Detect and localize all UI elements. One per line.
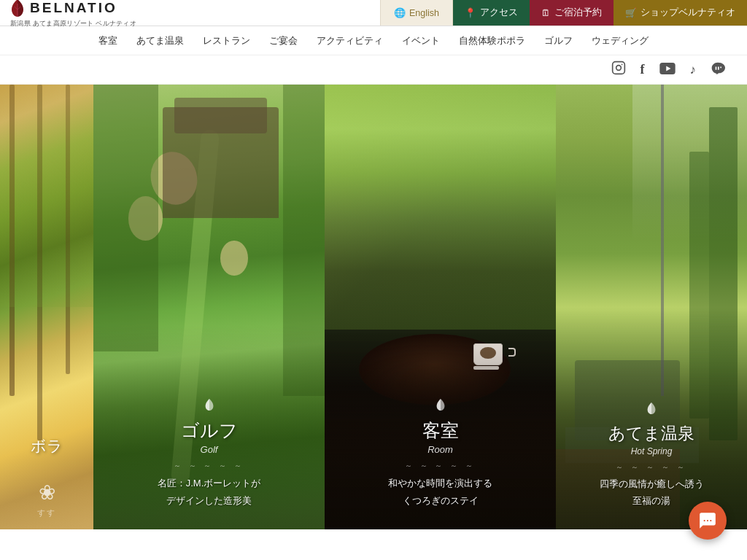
golf-desc-2: デザインした造形美 — [104, 492, 314, 509]
nav-hot-spring[interactable]: あてま温泉 — [136, 34, 184, 47]
header-top: BELNATIO 新潟県 あてま高原リゾート ベルナティオ 🌐 English … — [0, 0, 747, 26]
room-title-jp: 客室 — [336, 419, 545, 443]
nav-rooms[interactable]: 客室 — [98, 34, 117, 47]
globe-icon: 🌐 — [394, 7, 406, 18]
forest-sub-text: すす — [37, 508, 56, 518]
panel-forest-label: ボラ — [31, 436, 63, 456]
tiktok-icon[interactable]: ♪ — [690, 63, 697, 77]
hot-spring-desc-1: 四季の風情が癒しへ誘う — [567, 476, 736, 493]
brand-sub: 新潟県 あてま高原リゾート ベルナティオ — [10, 19, 136, 28]
golf-leaf — [104, 398, 314, 414]
svg-rect-0 — [612, 62, 624, 74]
booking-link[interactable]: 🗓 ご宿泊予約 — [530, 0, 614, 26]
forest-flower-deco: ❀ — [39, 481, 55, 505]
nav-nature[interactable]: 自然体験ポポラ — [459, 34, 525, 47]
main-nav: 客室 あてま温泉 レストラン ご宴会 アクティビティ イベント 自然体験ポポラ … — [0, 26, 747, 55]
room-desc-1: 和やかな時間を演出する — [336, 475, 545, 491]
booking-label: ご宿泊予約 — [554, 7, 602, 19]
header-links: 🌐 English 📍 アクセス 🗓 ご宿泊予約 🛒 ショップベルナティオ — [380, 0, 747, 26]
instagram-icon[interactable] — [611, 61, 626, 79]
shop-link[interactable]: 🛒 ショップベルナティオ — [614, 0, 747, 26]
shop-label: ショップベルナティオ — [640, 7, 735, 19]
logo-leaf-icon — [10, 0, 25, 18]
room-ornament: ～ ～ ～ ～ ～ — [336, 461, 545, 471]
pin-icon: 📍 — [465, 7, 476, 18]
gallery-panel-golf[interactable]: ゴルフ Golf ～ ～ ～ ～ ～ 名匠：J.M.ボーレットが デザインした造… — [93, 85, 325, 529]
hot-spring-title-en: Hot Spring — [567, 446, 736, 456]
room-desc-2: くつろぎのステイ — [336, 492, 545, 509]
access-label: アクセス — [480, 7, 518, 19]
golf-title-en: Golf — [104, 444, 314, 455]
youtube-icon[interactable] — [659, 63, 676, 77]
access-link[interactable]: 📍 アクセス — [453, 0, 530, 26]
gallery-panel-hot-spring[interactable]: あてま温泉 Hot Spring ～ ～ ～ ～ ～ 四季の風情が癒しへ誘う 至… — [556, 85, 747, 529]
english-link[interactable]: 🌐 English — [380, 0, 453, 26]
nav-banquet[interactable]: ご宴会 — [269, 34, 298, 47]
nav-event[interactable]: イベント — [402, 34, 440, 47]
logo-area: BELNATIO 新潟県 あてま高原リゾート ベルナティオ — [0, 0, 147, 26]
brand-name-row: BELNATIO — [10, 0, 136, 18]
svg-point-2 — [621, 64, 622, 66]
chat-icon — [698, 511, 717, 529]
nav-golf[interactable]: ゴルフ — [544, 34, 573, 47]
hot-spring-title-jp: あてま温泉 — [567, 422, 736, 445]
shop-icon: 🛒 — [625, 7, 637, 18]
golf-panel-content: ゴルフ Golf ～ ～ ～ ～ ～ 名匠：J.M.ボーレットが デザインした造… — [93, 385, 325, 529]
nav-restaurant[interactable]: レストラン — [203, 34, 250, 47]
hot-spring-leaf — [567, 402, 736, 418]
nav-activity[interactable]: アクティビティ — [317, 34, 383, 47]
nav-wedding[interactable]: ウェディング — [592, 34, 649, 47]
booking-icon: 🗓 — [541, 8, 551, 18]
social-bar: f ♪ — [0, 55, 747, 85]
english-label: English — [409, 8, 439, 18]
golf-ornament: ～ ～ ～ ～ ～ — [104, 461, 314, 471]
brand-name: BELNATIO — [30, 0, 117, 16]
line-icon[interactable] — [711, 61, 725, 79]
facebook-icon[interactable]: f — [640, 62, 645, 77]
gallery-panel-room[interactable]: 客室 Room ～ ～ ～ ～ ～ 和やかな時間を演出する くつろぎのステイ — [325, 85, 556, 529]
gallery: ボラ ❀ すす — [0, 85, 747, 529]
svg-point-1 — [616, 66, 621, 71]
room-leaf — [336, 398, 545, 414]
room-title-en: Room — [336, 444, 545, 455]
gallery-panel-forest[interactable]: ボラ ❀ すす — [0, 85, 93, 529]
hot-spring-ornament: ～ ～ ～ ～ ～ — [567, 462, 736, 472]
room-panel-content: 客室 Room ～ ～ ～ ～ ～ 和やかな時間を演出する くつろぎのステイ — [325, 385, 556, 529]
golf-desc-1: 名匠：J.M.ボーレットが — [104, 475, 314, 491]
golf-title-jp: ゴルフ — [104, 419, 314, 443]
